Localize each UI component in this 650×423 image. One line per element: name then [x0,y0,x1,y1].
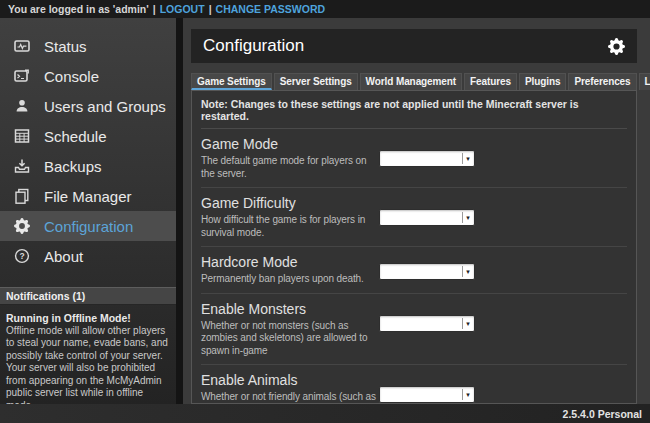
status-icon [13,38,31,54]
chevron-down-icon: ▾ [462,318,473,329]
sidebar-item-about[interactable]: ? About [0,241,176,271]
setting-row-game-mode: Game Mode The default game mode for play… [201,129,627,188]
enable-animals-select[interactable]: ▾ [379,386,475,403]
tab-login-users[interactable]: Login Users [639,73,650,90]
gear-icon [13,218,31,234]
sidebar-item-label: File Manager [44,188,132,205]
change-password-link[interactable]: CHANGE PASSWORD [216,3,325,15]
setting-name: Hardcore Mode [201,253,379,271]
notification-message: Running in Offline Mode! Offline mode wi… [0,305,176,404]
separator: | [209,3,212,15]
notification-text: Offline mode will allow other players to… [6,325,169,405]
setting-description: Whether or not friendly animals (such as… [201,391,379,404]
logged-in-text: You are logged in as 'admin' [8,3,149,15]
hardcore-mode-select[interactable]: ▾ [379,263,475,280]
tab-preferences[interactable]: Preferences [568,73,636,90]
tab-features[interactable]: Features [464,73,517,90]
topbar: You are logged in as 'admin' | LOGOUT | … [0,0,650,18]
question-icon: ? [13,248,31,264]
enable-monsters-select[interactable]: ▾ [379,315,475,332]
version-text: 2.5.4.0 Personal [563,408,642,420]
sidebar-item-backups[interactable]: Backups [0,151,176,181]
setting-description: The default game mode for players on the… [201,155,379,180]
sidebar-item-file-manager[interactable]: File Manager [0,181,176,211]
sidebar-item-schedule[interactable]: Schedule [0,121,176,151]
file-manager-icon [13,188,31,204]
page-title: Configuration [203,36,304,56]
svg-text:?: ? [19,251,24,261]
sidebar-item-label: Users and Groups [44,98,166,115]
sidebar-item-status[interactable]: Status [0,31,176,61]
footer: 2.5.4.0 Personal [0,404,650,423]
setting-name: Game Mode [201,135,379,153]
panel-gap [176,18,183,404]
setting-description: Permanently ban players upon death. [201,273,379,286]
console-icon [13,68,31,84]
users-icon [13,98,31,114]
sidebar-item-console[interactable]: Console [0,61,176,91]
game-mode-select[interactable]: ▾ [379,150,475,167]
chevron-down-icon: ▾ [462,212,473,223]
page-header: Configuration [191,29,637,63]
sidebar-item-label: About [44,248,83,265]
setting-row-enable-monsters: Enable Monsters Whether or not monsters … [201,294,627,366]
gear-icon[interactable] [608,38,625,55]
sidebar-item-configuration[interactable]: Configuration [0,211,176,241]
sidebar-item-label: Configuration [44,218,133,235]
setting-name: Enable Monsters [201,300,379,318]
tab-world-management[interactable]: World Management [360,73,462,90]
settings-panel: Note: Changes to these settings are not … [191,90,637,404]
backups-icon [13,158,31,174]
schedule-icon [13,128,31,144]
sidebar-item-label: Backups [44,158,102,175]
restart-note: Note: Changes to these settings are not … [201,95,627,129]
setting-name: Game Difficulty [201,194,379,212]
setting-description: Whether or not monsters (such as zombies… [201,320,379,358]
setting-name: Enable Animals [201,371,379,389]
sidebar-item-label: Status [44,38,87,55]
setting-row-hardcore-mode: Hardcore Mode Permanently ban players up… [201,247,627,294]
setting-row-game-difficulty: Game Difficulty How difficult the game i… [201,188,627,247]
game-difficulty-select[interactable]: ▾ [379,209,475,226]
chevron-down-icon: ▾ [462,389,473,400]
setting-description: How difficult the game is for players in… [201,214,379,239]
notifications-header: Notifications (1) [0,287,176,305]
tab-plugins[interactable]: Plugins [519,73,566,90]
chevron-down-icon: ▾ [462,153,473,164]
sidebar-item-label: Console [44,68,99,85]
notification-title: Running in Offline Mode! [6,312,169,325]
setting-row-enable-animals: Enable Animals Whether or not friendly a… [201,365,627,404]
sidebar-item-label: Schedule [44,128,107,145]
sidebar-item-users-and-groups[interactable]: Users and Groups [0,91,176,121]
tab-server-settings[interactable]: Server Settings [274,73,358,90]
main-panel: Configuration Game Settings Server Setti… [183,18,650,404]
separator: | [153,3,156,15]
config-tabs: Game Settings Server Settings World Mana… [191,73,637,90]
sidebar: Status Console Users and Groups Schedule [0,18,176,404]
tab-game-settings[interactable]: Game Settings [191,73,272,90]
logout-link[interactable]: LOGOUT [160,3,205,15]
mcmyadmin-app: You are logged in as 'admin' | LOGOUT | … [0,0,650,423]
chevron-down-icon: ▾ [462,266,473,277]
